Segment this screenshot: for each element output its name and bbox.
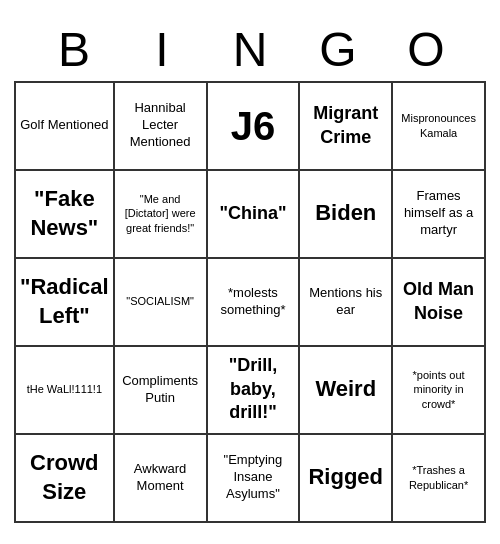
bingo-cell-8: Biden (300, 171, 393, 259)
bingo-title: BINGO (14, 22, 486, 77)
bingo-letter-i: I (118, 22, 206, 77)
bingo-cell-23: Rigged (300, 435, 393, 523)
bingo-cell-5: "Fake News" (16, 171, 115, 259)
bingo-cell-11: "SOCIALISM" (115, 259, 208, 347)
bingo-cell-9: Frames himself as a martyr (393, 171, 486, 259)
bingo-cell-2: J6 (208, 83, 301, 171)
bingo-cell-4: Mispronounces Kamala (393, 83, 486, 171)
bingo-cell-14: Old Man Noise (393, 259, 486, 347)
bingo-cell-20: Crowd Size (16, 435, 115, 523)
bingo-cell-19: *points out minority in crowd* (393, 347, 486, 435)
bingo-cell-3: Migrant Crime (300, 83, 393, 171)
bingo-cell-1: Hannibal Lecter Mentioned (115, 83, 208, 171)
bingo-cell-12: *molests something* (208, 259, 301, 347)
bingo-grid: Golf MentionedHannibal Lecter MentionedJ… (14, 81, 486, 523)
bingo-cell-13: Mentions his ear (300, 259, 393, 347)
bingo-cell-10: "Radical Left" (16, 259, 115, 347)
bingo-cell-18: Weird (300, 347, 393, 435)
bingo-cell-0: Golf Mentioned (16, 83, 115, 171)
bingo-letter-b: B (30, 22, 118, 77)
bingo-cell-6: "Me and [Dictator] were great friends!" (115, 171, 208, 259)
bingo-cell-16: Compliments Putin (115, 347, 208, 435)
bingo-letter-g: G (294, 22, 382, 77)
bingo-letter-o: O (382, 22, 470, 77)
bingo-cell-17: "Drill, baby, drill!" (208, 347, 301, 435)
bingo-cell-21: Awkward Moment (115, 435, 208, 523)
bingo-card: BINGO Golf MentionedHannibal Lecter Ment… (10, 18, 490, 527)
bingo-cell-7: "China" (208, 171, 301, 259)
bingo-cell-22: "Emptying Insane Asylums" (208, 435, 301, 523)
bingo-letter-n: N (206, 22, 294, 77)
bingo-cell-24: *Trashes a Republican* (393, 435, 486, 523)
bingo-cell-15: tHe WaLl!111!1 (16, 347, 115, 435)
